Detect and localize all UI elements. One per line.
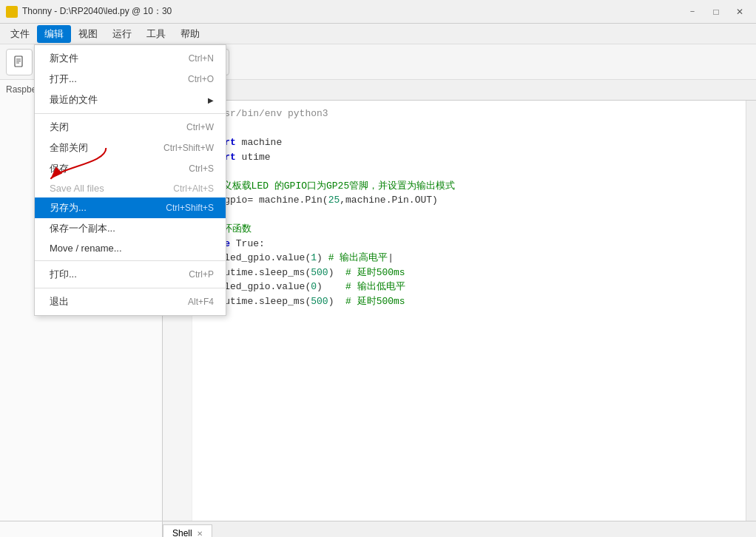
editor-scrollbar[interactable] (746, 101, 756, 521)
shell-tab-close[interactable]: ✕ (197, 530, 203, 538)
shell-area: Shell ✕ Type "help()" for more informati… (0, 521, 756, 537)
menu-new-file[interactable]: 新文件 Ctrl+N (35, 48, 226, 69)
menu-view[interactable]: 视图 (71, 25, 105, 43)
menu-quit[interactable]: 退出 Alt+F4 (35, 291, 226, 312)
shell-left-panel (0, 521, 163, 537)
new-button[interactable] (6, 49, 33, 75)
menu-close[interactable]: 关闭 Ctrl+W (35, 117, 226, 138)
menu-save-as[interactable]: 另存为... Ctrl+Shift+S (35, 197, 226, 218)
menu-save-copy[interactable]: 保存一个副本... (35, 218, 226, 239)
code-editor[interactable]: #!/usr/bin/env python3 import machine im… (192, 101, 746, 521)
menu-print[interactable]: 打印... Ctrl+P (35, 264, 226, 285)
app-icon (6, 6, 18, 18)
title-text: Thonny - D:\RP2040\led.py @ 10：30 (22, 5, 682, 18)
menu-tools[interactable]: 工具 (139, 25, 173, 43)
menu-close-all[interactable]: 全部关闭 Ctrl+Shift+W (35, 138, 226, 158)
editor-tabs: led.py ✕ (163, 80, 756, 101)
file-menu-dropdown: 新文件 Ctrl+N 打开... Ctrl+O 最近的文件 ▶ 关闭 Ctrl+… (34, 44, 226, 316)
menu-sep-2 (35, 260, 226, 261)
menu-move-rename[interactable]: Move / rename... (35, 239, 226, 257)
menubar: 文件 编辑 视图 运行 工具 帮助 (0, 24, 756, 44)
code-container[interactable]: 12345678910111213 #!/usr/bin/env python3… (163, 101, 756, 521)
editor-area: led.py ✕ 12345678910111213 #!/usr/bin/en… (163, 80, 756, 521)
maximize-button[interactable]: □ (706, 4, 726, 19)
menu-help[interactable]: 帮助 (173, 25, 207, 43)
shell-right: Shell ✕ Type "help()" for more informati… (163, 521, 756, 537)
menu-sep-3 (35, 288, 226, 288)
close-button[interactable]: ✕ (729, 4, 750, 19)
minimize-button[interactable]: － (682, 4, 703, 19)
menu-save[interactable]: 保存 Ctrl+S (35, 158, 226, 179)
menu-sep-1 (35, 113, 226, 114)
menu-run[interactable]: 运行 (105, 25, 139, 43)
window-controls: － □ ✕ (682, 4, 750, 19)
menu-recent[interactable]: 最近的文件 ▶ (35, 90, 226, 110)
shell-tab[interactable]: Shell ✕ (163, 524, 212, 537)
menu-open[interactable]: 打开... Ctrl+O (35, 69, 226, 90)
title-bar: Thonny - D:\RP2040\led.py @ 10：30 － □ ✕ (0, 0, 756, 24)
menu-edit[interactable]: 编辑 (37, 25, 71, 43)
menu-file[interactable]: 文件 (3, 25, 37, 43)
menu-save-all: Save All files Ctrl+Alt+S (35, 179, 226, 197)
shell-tabs: Shell ✕ (163, 521, 756, 537)
